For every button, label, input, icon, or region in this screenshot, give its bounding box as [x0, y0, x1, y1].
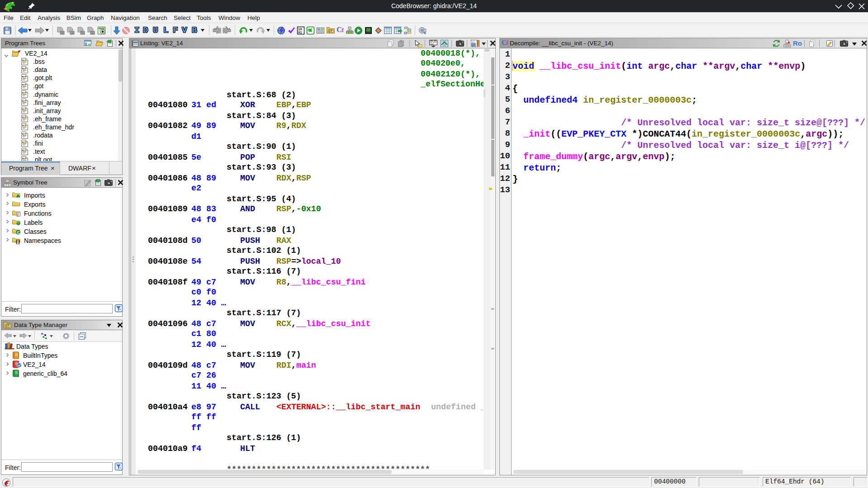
svg-text:DT: DT	[328, 29, 332, 33]
svg-text:{: {	[16, 239, 18, 244]
svg-text:C: C	[17, 230, 20, 234]
svg-text:01: 01	[298, 31, 302, 34]
svg-text:}: }	[18, 239, 20, 244]
svg-text:DT: DT	[5, 324, 9, 327]
